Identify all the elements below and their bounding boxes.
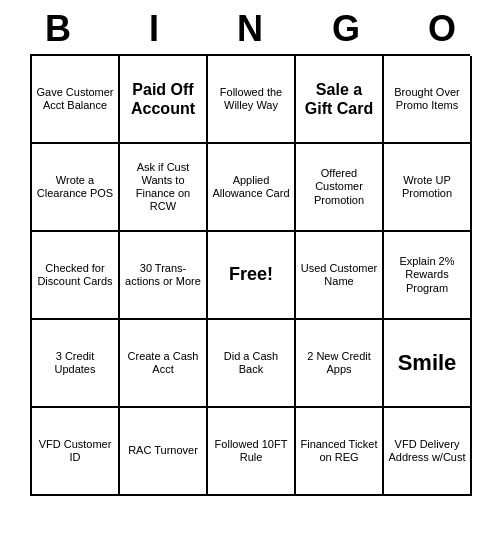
bingo-cell-19: Smile: [384, 320, 472, 408]
bingo-cell-12: Free!: [208, 232, 296, 320]
bingo-cell-23: Financed Ticket on REG: [296, 408, 384, 496]
bingo-cell-11: 30 Trans- actions or More: [120, 232, 208, 320]
bingo-letter: G: [302, 8, 390, 50]
bingo-letter: N: [206, 8, 294, 50]
bingo-cell-18: 2 New Credit Apps: [296, 320, 384, 408]
bingo-cell-0: Gave Customer Acct Balance: [32, 56, 120, 144]
bingo-cell-9: Wrote UP Promotion: [384, 144, 472, 232]
bingo-letter: B: [14, 8, 102, 50]
bingo-letter: O: [398, 8, 486, 50]
bingo-cell-7: Applied Allowance Card: [208, 144, 296, 232]
bingo-cell-4: Brought Over Promo Items: [384, 56, 472, 144]
bingo-cell-20: VFD Customer ID: [32, 408, 120, 496]
bingo-cell-8: Offered Customer Promotion: [296, 144, 384, 232]
bingo-cell-21: RAC Turnover: [120, 408, 208, 496]
bingo-cell-1: Paid Off Account: [120, 56, 208, 144]
bingo-cell-5: Wrote a Clearance POS: [32, 144, 120, 232]
bingo-title-row: BINGO: [10, 0, 490, 54]
bingo-cell-13: Used Customer Name: [296, 232, 384, 320]
bingo-cell-22: Followed 10FT Rule: [208, 408, 296, 496]
bingo-cell-6: Ask if Cust Wants to Finance on RCW: [120, 144, 208, 232]
bingo-cell-16: Create a Cash Acct: [120, 320, 208, 408]
bingo-cell-2: Followed the Willey Way: [208, 56, 296, 144]
bingo-cell-14: Explain 2% Rewards Program: [384, 232, 472, 320]
bingo-cell-15: 3 Credit Updates: [32, 320, 120, 408]
bingo-cell-24: VFD Delivery Address w/Cust: [384, 408, 472, 496]
bingo-cell-17: Did a Cash Back: [208, 320, 296, 408]
bingo-cell-3: Sale a Gift Card: [296, 56, 384, 144]
bingo-grid: Gave Customer Acct BalancePaid Off Accou…: [30, 54, 470, 496]
bingo-letter: I: [110, 8, 198, 50]
bingo-cell-10: Checked for Discount Cards: [32, 232, 120, 320]
